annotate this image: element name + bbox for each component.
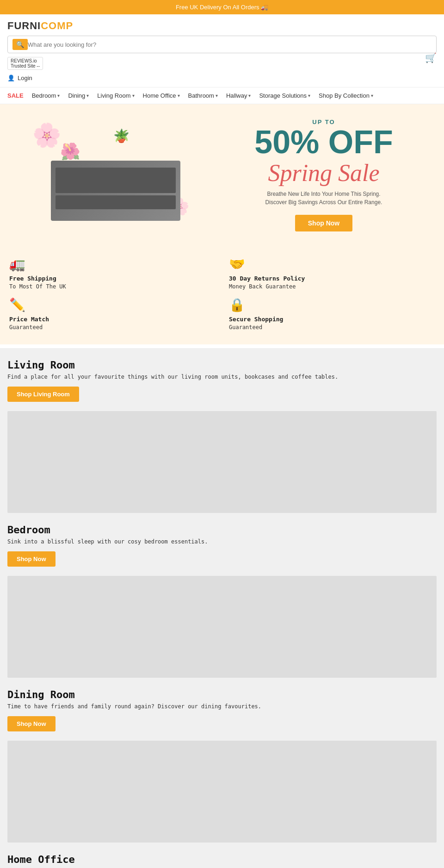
handshake-icon: 🤝 (229, 256, 435, 272)
login-label: Login (18, 75, 32, 81)
logo-furni: FURNI (7, 20, 41, 31)
hero-subtitle: Breathe New Life Into Your Home This Spr… (222, 190, 426, 206)
dining-room-title: Dining Room (7, 689, 437, 700)
reviews-badge: REVIEWS.io Trusted Site -- (7, 57, 43, 70)
chevron-down-icon: ▾ (308, 93, 310, 98)
chevron-down-icon: ▾ (132, 93, 135, 98)
chevron-down-icon: ▾ (178, 93, 180, 98)
living-room-title: Living Room (7, 359, 437, 371)
feature-title-secure: Secure Shopping (229, 316, 435, 323)
bedroom-image (7, 576, 437, 678)
banner-text: Free UK Delivery On All Orders 🚚 (176, 4, 268, 11)
search-bar[interactable]: 🔍 (7, 36, 437, 53)
dining-room-image (7, 741, 437, 843)
reviews-line2: Trusted Site -- (11, 63, 40, 69)
nav-item-living-room[interactable]: Living Room ▾ (97, 92, 134, 99)
feature-title-returns: 30 Day Returns Policy (229, 275, 435, 282)
reviews-line1: REVIEWS.io (11, 58, 40, 63)
chevron-down-icon: ▾ (57, 93, 60, 98)
shop-dining-button[interactable]: Shop Now (7, 716, 56, 731)
hero-image-area: 🌸 🌺 🌸 🪴 🍽️ (18, 124, 213, 225)
feature-sub-price: Guaranteed (9, 324, 215, 331)
chevron-down-icon: ▾ (86, 93, 89, 98)
feature-returns: 🤝 30 Day Returns Policy Money Back Guara… (229, 256, 435, 290)
dining-room-desc: Time to have friends and family round ag… (7, 703, 437, 710)
furniture-illustration: 🌸 🌺 🌸 🪴 🍽️ (32, 124, 199, 225)
login-area[interactable]: 👤 Login (7, 73, 437, 83)
nav-item-bathroom[interactable]: Bathroom ▾ (188, 92, 218, 99)
search-button[interactable]: 🔍 (12, 39, 28, 50)
nav-item-bedroom[interactable]: Bedroom ▾ (32, 92, 60, 99)
user-icon: 👤 (7, 75, 15, 81)
nav-item-dining[interactable]: Dining ▾ (68, 92, 89, 99)
category-home-office: Home Office Working from home? Get your … (0, 843, 444, 868)
shop-living-room-button[interactable]: Shop Living Room (7, 387, 79, 402)
feature-price-match: ✏️ Price Match Guaranteed (9, 297, 215, 331)
feature-sub-shipping: To Most Of The UK (9, 283, 215, 290)
nav-item-sale[interactable]: SALE (7, 92, 24, 99)
hero-text-area: UP TO 50% OFF Spring Sale Breathe New Li… (213, 118, 426, 231)
feature-secure: 🔒 Secure Shopping Guaranteed (229, 297, 435, 331)
nav-item-home-office[interactable]: Home Office ▾ (143, 92, 180, 99)
nav-item-hallway[interactable]: Hallway ▾ (226, 92, 251, 99)
top-banner: Free UK Delivery On All Orders 🚚 (0, 0, 444, 14)
nav-item-storage-solutions[interactable]: Storage Solutions ▾ (259, 92, 310, 99)
cart-icon[interactable]: 🛒 (425, 52, 437, 63)
feature-free-shipping: 🚛 Free Shipping To Most Of The UK (9, 256, 215, 290)
hero-banner: 🌸 🌺 🌸 🪴 🍽️ UP TO 50% OFF Spring Sale Bre… (0, 104, 444, 245)
header: FURNICOMP 🔍 REVIEWS.io Trusted Site -- 🛒… (0, 14, 444, 87)
hero-spring-sale: Spring Sale (222, 160, 426, 186)
chevron-down-icon: ▾ (216, 93, 218, 98)
sideboard (51, 161, 180, 221)
bedroom-title: Bedroom (7, 524, 437, 536)
feature-title-price: Price Match (9, 316, 215, 323)
features-strip: 🚛 Free Shipping To Most Of The UK 🤝 30 D… (0, 245, 444, 344)
lock-icon: 🔒 (229, 297, 435, 312)
logo[interactable]: FURNICOMP (7, 20, 437, 32)
hero-shop-now-button[interactable]: Shop Now (295, 215, 352, 231)
bedroom-desc: Sink into a blissful sleep with our cosy… (7, 538, 437, 545)
living-room-desc: Find a place for all your favourite thin… (7, 374, 437, 380)
home-office-title: Home Office (7, 854, 437, 865)
main-nav: SALE Bedroom ▾ Dining ▾ Living Room ▾ Ho… (0, 87, 444, 104)
price-icon: ✏️ (9, 297, 215, 312)
category-living-room: Living Room Find a place for all your fa… (0, 348, 444, 513)
chevron-down-icon: ▾ (248, 93, 251, 98)
logo-comp: COMP (41, 20, 73, 31)
chevron-down-icon: ▾ (371, 93, 373, 98)
truck-icon: 🚛 (9, 256, 215, 272)
feature-sub-returns: Money Back Guarantee (229, 283, 435, 290)
shop-bedroom-button[interactable]: Shop Now (7, 551, 56, 567)
category-dining-room: Dining Room Time to have friends and fam… (0, 678, 444, 843)
search-input[interactable] (28, 41, 432, 48)
category-bedroom: Bedroom Sink into a blissful sleep with … (0, 513, 444, 678)
living-room-image (7, 411, 437, 513)
hero-percent: 50% OFF (254, 124, 393, 160)
feature-sub-secure: Guaranteed (229, 324, 435, 331)
nav-item-shop-by-collection[interactable]: Shop By Collection ▾ (319, 92, 373, 99)
feature-title-shipping: Free Shipping (9, 275, 215, 282)
